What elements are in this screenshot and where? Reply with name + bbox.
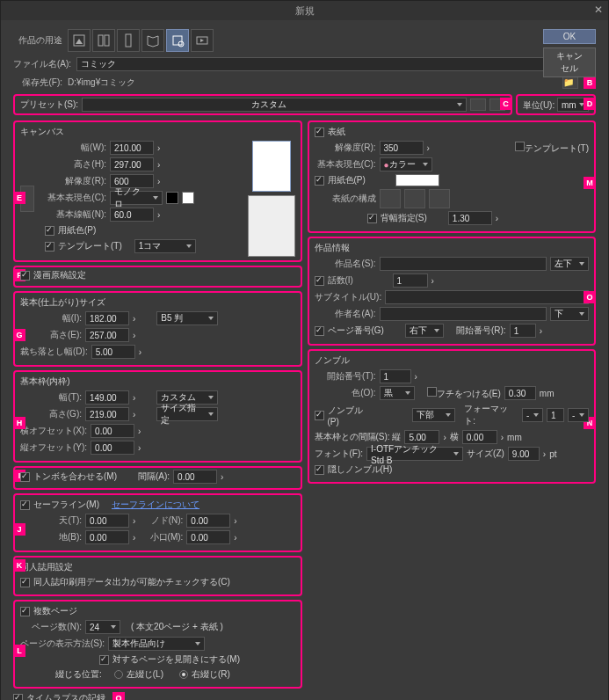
preset-select[interactable]: カスタム [82, 98, 466, 112]
cover-template-check[interactable] [515, 142, 525, 151]
chevron-right-icon[interactable]: › [157, 177, 160, 186]
tombo-check[interactable] [20, 472, 30, 482]
template-select[interactable]: 1コマ [134, 239, 196, 253]
filename-input[interactable] [76, 57, 578, 71]
cover-layout-1-icon[interactable] [380, 189, 401, 208]
manga-check[interactable] [20, 271, 30, 281]
frame-h[interactable] [85, 407, 129, 421]
cancel-button[interactable]: キャンセル [543, 47, 596, 77]
pagenum-pos[interactable]: 右下 [405, 324, 444, 338]
spread-check[interactable] [99, 655, 109, 665]
tombo-section: I トンボを合わせる(M)間隔(A):› [13, 466, 302, 490]
multipage-check[interactable] [20, 607, 30, 616]
ok-button[interactable]: OK [543, 29, 596, 44]
workname-pos[interactable]: 左下 [550, 257, 589, 271]
nombre-color[interactable]: 黒 [380, 386, 415, 400]
binding-bleed[interactable] [91, 345, 135, 359]
spine-check[interactable] [367, 214, 377, 223]
pagenum-check[interactable] [315, 326, 324, 336]
purpose-comic-icon[interactable] [92, 29, 115, 52]
svg-point-6 [178, 41, 184, 47]
frame-yo[interactable] [91, 441, 134, 455]
safeline-check[interactable] [20, 500, 30, 510]
canvas-section: E キャンバス 幅(W):› 高さ(H):› 解像度(R):› 基本表現色(C)… [13, 120, 302, 262]
letter-g: G [13, 329, 25, 341]
cover-paper-swatch[interactable] [395, 174, 439, 186]
subtitle-input[interactable] [385, 290, 589, 304]
spine-value[interactable] [448, 211, 492, 225]
purpose-print-icon[interactable] [166, 29, 189, 52]
safeline-link[interactable]: セーフラインについて [112, 499, 199, 511]
doujin-check[interactable] [20, 578, 30, 587]
safe-out[interactable] [186, 530, 230, 544]
close-icon[interactable]: ✕ [594, 4, 603, 16]
purpose-book-icon[interactable] [141, 29, 164, 52]
safe-bottom[interactable] [85, 530, 129, 544]
svg-rect-4 [126, 34, 131, 47]
nombre-fmtnum[interactable] [547, 408, 564, 422]
pagenum-start[interactable] [510, 324, 536, 338]
letter-o2: O [112, 692, 125, 700]
cover-layout-2-icon[interactable] [404, 189, 425, 208]
safe-top[interactable] [85, 514, 129, 528]
canvas-w[interactable] [110, 141, 154, 155]
chevron-right-icon[interactable]: › [157, 210, 160, 220]
nombre-gap-h[interactable] [462, 430, 497, 444]
workname-input[interactable] [380, 257, 547, 271]
cover-layout-3-icon[interactable] [429, 189, 450, 208]
preview-large [248, 195, 295, 257]
purpose-animation-icon[interactable] [191, 29, 214, 52]
nombre-pos[interactable]: 下部 [412, 408, 455, 422]
safe-nod[interactable] [186, 514, 230, 528]
cover-paper-check[interactable] [315, 176, 324, 186]
frame-w[interactable] [85, 390, 129, 405]
purpose-illustration-icon[interactable] [68, 29, 91, 52]
purpose-label: 作品の用途 [13, 34, 62, 47]
display-select[interactable]: 製本作品向け [108, 637, 205, 651]
pages-select[interactable]: 24 [85, 620, 120, 634]
template-check[interactable] [45, 242, 54, 252]
nombre-format2[interactable]: - [568, 408, 589, 422]
manga-section: F 漫画原稿設定 [13, 266, 302, 288]
folder-icon[interactable]: 📁 [562, 77, 578, 89]
bind-right-radio[interactable] [179, 670, 188, 679]
cover-color-select[interactable]: ● カラー [380, 157, 432, 171]
binding-w[interactable] [85, 311, 129, 325]
preset-save-icon[interactable] [470, 98, 486, 111]
binding-format[interactable]: B5 判 [156, 311, 218, 325]
preview-thumb [252, 141, 291, 192]
nombre-format[interactable]: - [522, 408, 543, 422]
nombre-start[interactable] [380, 369, 411, 383]
tombo-gap[interactable] [173, 470, 217, 484]
frame-size[interactable]: サイズ指定 [156, 407, 218, 421]
hidden-nombre-check[interactable] [315, 465, 324, 475]
timelapse-check[interactable] [13, 694, 23, 701]
letter-e: E [13, 192, 25, 204]
chevron-right-icon[interactable]: › [157, 143, 160, 153]
chevron-right-icon[interactable]: › [157, 160, 160, 170]
cover-dpi[interactable] [380, 141, 424, 155]
purpose-webtoon-icon[interactable] [117, 29, 140, 52]
paper-check[interactable] [45, 226, 54, 236]
new-dialog: 新規 ✕ OK キャンセル 作品の用途 ファイル名(A): A [0, 0, 609, 700]
canvas-h[interactable] [110, 157, 154, 171]
author-input[interactable] [380, 307, 547, 321]
frame-xo[interactable] [91, 424, 134, 438]
nombre-font[interactable]: I-OTFアンチックStd B [366, 447, 463, 461]
nombre-fontsize[interactable] [508, 447, 540, 461]
bind-left-radio[interactable] [114, 670, 123, 679]
canvas-color-select[interactable]: モノクロ [110, 191, 163, 205]
edge-value[interactable] [504, 386, 536, 400]
nombre-check[interactable] [315, 411, 324, 420]
episode-input[interactable] [393, 273, 428, 288]
cover-check[interactable] [315, 128, 324, 137]
swatch-white[interactable] [182, 192, 194, 204]
episode-check[interactable] [315, 276, 324, 286]
letter-k: K [13, 559, 25, 572]
swatch-black[interactable] [166, 192, 178, 204]
edge-check[interactable] [427, 387, 437, 397]
letter-b: B [584, 77, 596, 89]
workinfo-section: O 作品情報 作品名(S):左下 話数(I)› サブタイトル(U): 作者名(A… [308, 237, 597, 346]
binding-h[interactable] [85, 328, 129, 342]
author-pos[interactable]: 下 [550, 307, 589, 321]
